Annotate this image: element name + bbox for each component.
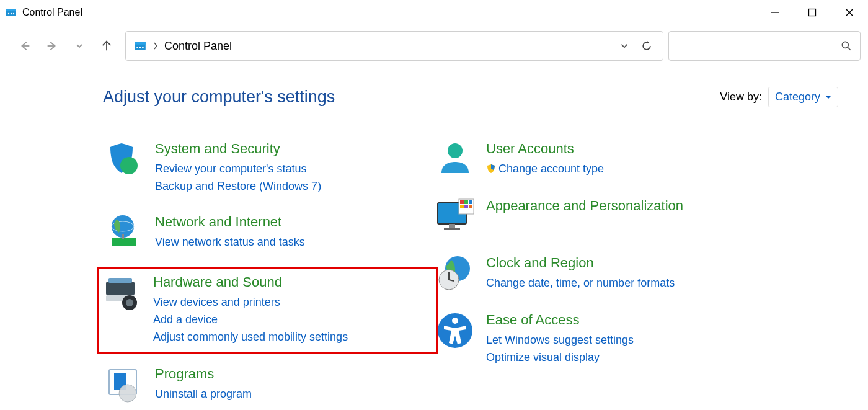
category-link[interactable]: Optimize visual display: [486, 349, 634, 367]
nav-up-button[interactable]: [94, 33, 119, 58]
address-dropdown-button[interactable]: [619, 41, 629, 51]
svg-rect-44: [469, 205, 472, 208]
view-by-value: Category: [775, 91, 820, 104]
svg-rect-41: [469, 200, 472, 204]
category-columns: System and Security Review your computer…: [103, 137, 838, 410]
view-by-label: View by:: [720, 91, 762, 104]
svg-rect-1: [6, 9, 16, 11]
programs-icon: [104, 365, 144, 404]
right-column: User Accounts Change account type: [434, 137, 769, 410]
close-button[interactable]: [831, 0, 868, 25]
svg-rect-6: [809, 9, 816, 16]
category-title[interactable]: Ease of Access: [486, 312, 634, 328]
svg-rect-42: [460, 205, 464, 208]
left-column: System and Security Review your computer…: [103, 137, 438, 410]
category-system-security: System and Security Review your computer…: [103, 137, 438, 198]
svg-rect-43: [464, 205, 468, 208]
address-bar[interactable]: Control Panel: [125, 31, 663, 61]
page-heading: Adjust your computer's settings: [103, 87, 335, 107]
network-globe-icon: [104, 213, 144, 252]
titlebar-left: Control Panel: [5, 6, 82, 19]
svg-point-2: [8, 13, 9, 14]
svg-rect-39: [460, 200, 464, 204]
category-appearance-personalization: Appearance and Personalization: [434, 194, 769, 239]
category-hardware-sound: Hardware and Sound View devices and prin…: [97, 267, 438, 354]
category-link[interactable]: Review your computer's status: [155, 161, 321, 178]
maximize-button[interactable]: [794, 0, 831, 25]
refresh-button[interactable]: [640, 40, 653, 52]
search-box[interactable]: [668, 31, 861, 61]
svg-line-18: [848, 48, 851, 50]
svg-point-14: [136, 47, 138, 48]
category-network-internet: Network and Internet View network status…: [103, 210, 438, 255]
svg-point-17: [842, 42, 848, 48]
svg-point-28: [126, 299, 133, 306]
category-link[interactable]: Change account type: [486, 161, 604, 179]
svg-rect-24: [106, 282, 135, 295]
breadcrumb-root[interactable]: Control Panel: [164, 40, 613, 53]
control-panel-icon: [5, 6, 17, 19]
uac-shield-icon: [486, 162, 496, 179]
svg-rect-37: [444, 228, 460, 230]
svg-rect-13: [135, 42, 146, 44]
svg-point-33: [448, 143, 463, 158]
search-icon: [840, 40, 852, 52]
category-title[interactable]: Hardware and Sound: [153, 274, 348, 290]
nav-back-button[interactable]: [12, 33, 37, 58]
svg-point-50: [452, 318, 458, 324]
category-link[interactable]: Let Windows suggest settings: [486, 332, 634, 349]
user-icon: [435, 140, 475, 179]
svg-point-4: [13, 13, 14, 14]
breadcrumb-separator-icon: [153, 42, 158, 50]
content-area: Adjust your computer's settings View by:…: [0, 69, 868, 410]
nav-recent-dropdown[interactable]: [67, 33, 92, 58]
category-title[interactable]: Appearance and Personalization: [486, 198, 683, 214]
view-by-dropdown[interactable]: Category: [768, 87, 838, 107]
svg-rect-25: [108, 278, 132, 283]
window-controls: [756, 0, 868, 25]
svg-rect-23: [122, 234, 124, 239]
category-link[interactable]: Backup and Restore (Windows 7): [155, 178, 321, 195]
category-clock-region: Clock and Region Change date, time, or n…: [434, 251, 769, 296]
svg-point-19: [120, 157, 138, 174]
category-title[interactable]: System and Security: [155, 141, 321, 157]
category-title[interactable]: Network and Internet: [155, 214, 305, 230]
category-title[interactable]: Clock and Region: [486, 255, 675, 271]
titlebar: Control Panel: [0, 0, 868, 25]
category-link[interactable]: View devices and printers: [153, 294, 348, 311]
minimize-button[interactable]: [756, 0, 794, 25]
control-panel-icon: [133, 39, 147, 53]
chevron-down-icon: [825, 94, 831, 100]
svg-rect-40: [464, 200, 468, 204]
category-title[interactable]: Programs: [155, 366, 252, 382]
accessibility-icon: [435, 311, 475, 350]
category-link[interactable]: Uninstall a program: [155, 386, 252, 403]
svg-rect-22: [112, 238, 136, 246]
category-link[interactable]: Adjust commonly used mobility settings: [153, 329, 348, 346]
svg-point-16: [142, 47, 143, 48]
category-user-accounts: User Accounts Change account type: [434, 137, 769, 182]
shield-icon: [104, 140, 144, 179]
nav-buttons: [7, 33, 120, 58]
category-link[interactable]: Add a device: [153, 311, 348, 329]
printer-camera-icon: [102, 273, 142, 313]
svg-rect-36: [449, 224, 455, 228]
category-link[interactable]: Change date, time, or number formats: [486, 275, 675, 292]
view-by-control: View by: Category: [720, 87, 838, 107]
monitor-colors-icon: [435, 197, 475, 236]
content-header: Adjust your computer's settings View by:…: [103, 87, 838, 107]
category-programs: Programs Uninstall a program: [103, 362, 438, 407]
svg-point-15: [140, 47, 141, 48]
category-title[interactable]: User Accounts: [486, 141, 604, 157]
category-ease-of-access: Ease of Access Let Windows suggest setti…: [434, 308, 769, 369]
nav-forward-button[interactable]: [40, 33, 64, 58]
clock-globe-icon: [435, 254, 475, 293]
navigation-row: Control Panel: [0, 25, 868, 69]
window-title: Control Panel: [22, 7, 82, 18]
category-link[interactable]: View network status and tasks: [155, 234, 305, 251]
svg-point-3: [11, 13, 12, 14]
